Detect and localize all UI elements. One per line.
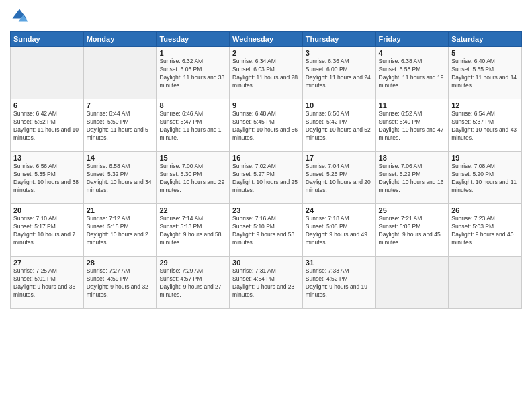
day-number: 26 bbox=[451, 206, 519, 214]
weekday-header: Thursday bbox=[302, 32, 375, 47]
sunset: Sunset: 4:52 PM bbox=[306, 275, 348, 282]
sunset: Sunset: 5:17 PM bbox=[13, 223, 56, 230]
day-number: 14 bbox=[87, 154, 154, 162]
calendar-container: SundayMondayTuesdayWednesdayThursdayFrid… bbox=[0, 0, 532, 411]
sunset: Sunset: 5:42 PM bbox=[306, 118, 348, 125]
day-number: 20 bbox=[13, 206, 81, 214]
calendar-day-cell: 22 Sunrise: 7:14 AM Sunset: 5:13 PM Dayl… bbox=[157, 204, 230, 257]
calendar-day-cell: 16 Sunrise: 7:02 AM Sunset: 5:27 PM Dayl… bbox=[230, 152, 303, 204]
calendar-table: SundayMondayTuesdayWednesdayThursdayFrid… bbox=[10, 31, 522, 309]
sunrise: Sunrise: 7:21 AM bbox=[379, 215, 423, 222]
day-number: 28 bbox=[87, 259, 154, 267]
day-info: Sunrise: 6:58 AM Sunset: 5:32 PM Dayligh… bbox=[87, 163, 154, 195]
calendar-day-cell: 30 Sunrise: 7:31 AM Sunset: 4:54 PM Dayl… bbox=[230, 257, 303, 309]
day-info: Sunrise: 6:40 AM Sunset: 5:55 PM Dayligh… bbox=[451, 58, 519, 90]
day-number: 30 bbox=[232, 259, 300, 267]
day-number: 18 bbox=[379, 154, 446, 162]
sunset: Sunset: 5:30 PM bbox=[159, 171, 202, 177]
calendar-day-cell: 13 Sunrise: 6:56 AM Sunset: 5:35 PM Dayl… bbox=[11, 152, 84, 204]
calendar-day-cell: 7 Sunrise: 6:44 AM Sunset: 5:50 PM Dayli… bbox=[83, 99, 157, 152]
day-number: 23 bbox=[232, 206, 300, 214]
sunset: Sunset: 6:05 PM bbox=[159, 66, 202, 73]
daylight: Daylight: 10 hours and 20 minutes. bbox=[306, 179, 371, 193]
sunset: Sunset: 5:35 PM bbox=[13, 171, 56, 177]
daylight: Daylight: 10 hours and 7 minutes. bbox=[13, 231, 75, 246]
day-info: Sunrise: 6:56 AM Sunset: 5:35 PM Dayligh… bbox=[13, 163, 81, 195]
daylight: Daylight: 9 hours and 32 minutes. bbox=[87, 283, 148, 298]
daylight: Daylight: 10 hours and 16 minutes. bbox=[379, 179, 444, 193]
calendar-day-cell: 27 Sunrise: 7:25 AM Sunset: 5:01 PM Dayl… bbox=[11, 257, 84, 309]
weekday-header-row: SundayMondayTuesdayWednesdayThursdayFrid… bbox=[11, 32, 522, 47]
calendar-week-row: 27 Sunrise: 7:25 AM Sunset: 5:01 PM Dayl… bbox=[11, 257, 522, 309]
daylight: Daylight: 11 hours and 28 minutes. bbox=[232, 74, 298, 89]
calendar-day-cell: 9 Sunrise: 6:48 AM Sunset: 5:45 PM Dayli… bbox=[230, 99, 303, 152]
day-info: Sunrise: 6:32 AM Sunset: 6:05 PM Dayligh… bbox=[159, 58, 226, 90]
calendar-day-cell bbox=[449, 257, 522, 309]
day-number: 13 bbox=[13, 154, 81, 162]
day-number: 27 bbox=[13, 259, 81, 267]
calendar-day-cell bbox=[11, 47, 84, 99]
day-info: Sunrise: 6:52 AM Sunset: 5:40 PM Dayligh… bbox=[379, 110, 446, 142]
day-info: Sunrise: 7:08 AM Sunset: 5:20 PM Dayligh… bbox=[451, 163, 519, 195]
daylight: Daylight: 9 hours and 36 minutes. bbox=[13, 283, 75, 298]
daylight: Daylight: 9 hours and 53 minutes. bbox=[232, 231, 294, 246]
sunrise: Sunrise: 7:23 AM bbox=[451, 215, 495, 222]
sunrise: Sunrise: 7:33 AM bbox=[306, 267, 349, 274]
calendar-day-cell: 28 Sunrise: 7:27 AM Sunset: 4:59 PM Dayl… bbox=[83, 257, 157, 309]
day-info: Sunrise: 7:23 AM Sunset: 5:03 PM Dayligh… bbox=[451, 215, 519, 247]
daylight: Daylight: 11 hours and 10 minutes. bbox=[13, 126, 79, 141]
header bbox=[10, 7, 522, 26]
sunset: Sunset: 5:08 PM bbox=[306, 223, 348, 230]
day-info: Sunrise: 7:27 AM Sunset: 4:59 PM Dayligh… bbox=[87, 267, 154, 300]
weekday-header: Tuesday bbox=[157, 32, 230, 47]
daylight: Daylight: 10 hours and 47 minutes. bbox=[379, 126, 444, 141]
sunset: Sunset: 5:47 PM bbox=[159, 118, 202, 125]
sunrise: Sunrise: 6:34 AM bbox=[232, 58, 276, 64]
calendar-day-cell: 5 Sunrise: 6:40 AM Sunset: 5:55 PM Dayli… bbox=[449, 47, 522, 99]
daylight: Daylight: 10 hours and 52 minutes. bbox=[306, 126, 371, 141]
day-info: Sunrise: 7:06 AM Sunset: 5:22 PM Dayligh… bbox=[379, 163, 446, 195]
day-info: Sunrise: 7:21 AM Sunset: 5:06 PM Dayligh… bbox=[379, 215, 446, 247]
daylight: Daylight: 11 hours and 24 minutes. bbox=[306, 74, 371, 89]
daylight: Daylight: 10 hours and 56 minutes. bbox=[232, 126, 298, 141]
sunrise: Sunrise: 7:04 AM bbox=[306, 163, 349, 169]
day-number: 1 bbox=[159, 49, 226, 57]
sunset: Sunset: 5:55 PM bbox=[451, 66, 494, 73]
sunrise: Sunrise: 7:29 AM bbox=[159, 267, 203, 274]
weekday-header: Monday bbox=[83, 32, 157, 47]
day-info: Sunrise: 6:54 AM Sunset: 5:37 PM Dayligh… bbox=[451, 110, 519, 142]
calendar-day-cell: 18 Sunrise: 7:06 AM Sunset: 5:22 PM Dayl… bbox=[375, 152, 449, 204]
sunset: Sunset: 4:54 PM bbox=[232, 275, 275, 282]
calendar-day-cell: 14 Sunrise: 6:58 AM Sunset: 5:32 PM Dayl… bbox=[83, 152, 157, 204]
sunset: Sunset: 5:25 PM bbox=[306, 171, 348, 177]
daylight: Daylight: 10 hours and 25 minutes. bbox=[232, 179, 298, 193]
calendar-day-cell: 19 Sunrise: 7:08 AM Sunset: 5:20 PM Dayl… bbox=[449, 152, 522, 204]
sunrise: Sunrise: 6:58 AM bbox=[87, 163, 130, 169]
sunset: Sunset: 5:20 PM bbox=[451, 171, 494, 177]
calendar-day-cell: 24 Sunrise: 7:18 AM Sunset: 5:08 PM Dayl… bbox=[302, 204, 375, 257]
day-info: Sunrise: 7:31 AM Sunset: 4:54 PM Dayligh… bbox=[232, 267, 300, 300]
sunset: Sunset: 5:50 PM bbox=[87, 118, 129, 125]
day-number: 31 bbox=[306, 259, 373, 267]
sunset: Sunset: 5:01 PM bbox=[13, 275, 56, 282]
day-info: Sunrise: 6:50 AM Sunset: 5:42 PM Dayligh… bbox=[306, 110, 373, 142]
calendar-day-cell: 10 Sunrise: 6:50 AM Sunset: 5:42 PM Dayl… bbox=[302, 99, 375, 152]
day-number: 25 bbox=[379, 206, 446, 214]
calendar-week-row: 13 Sunrise: 6:56 AM Sunset: 5:35 PM Dayl… bbox=[11, 152, 522, 204]
day-info: Sunrise: 7:18 AM Sunset: 5:08 PM Dayligh… bbox=[306, 215, 373, 247]
sunset: Sunset: 5:15 PM bbox=[87, 223, 129, 230]
calendar-day-cell: 4 Sunrise: 6:38 AM Sunset: 5:58 PM Dayli… bbox=[375, 47, 449, 99]
sunrise: Sunrise: 6:52 AM bbox=[379, 110, 423, 117]
daylight: Daylight: 10 hours and 43 minutes. bbox=[451, 126, 517, 141]
daylight: Daylight: 10 hours and 34 minutes. bbox=[87, 179, 152, 193]
calendar-day-cell bbox=[375, 257, 449, 309]
sunrise: Sunrise: 6:48 AM bbox=[232, 110, 276, 117]
sunset: Sunset: 5:13 PM bbox=[159, 223, 202, 230]
day-info: Sunrise: 7:16 AM Sunset: 5:10 PM Dayligh… bbox=[232, 215, 300, 247]
calendar-day-cell: 15 Sunrise: 7:00 AM Sunset: 5:30 PM Dayl… bbox=[157, 152, 230, 204]
calendar-day-cell: 25 Sunrise: 7:21 AM Sunset: 5:06 PM Dayl… bbox=[375, 204, 449, 257]
sunrise: Sunrise: 6:38 AM bbox=[379, 58, 423, 64]
daylight: Daylight: 9 hours and 40 minutes. bbox=[451, 231, 513, 246]
calendar-day-cell: 8 Sunrise: 6:46 AM Sunset: 5:47 PM Dayli… bbox=[157, 99, 230, 152]
sunrise: Sunrise: 6:40 AM bbox=[451, 58, 495, 64]
